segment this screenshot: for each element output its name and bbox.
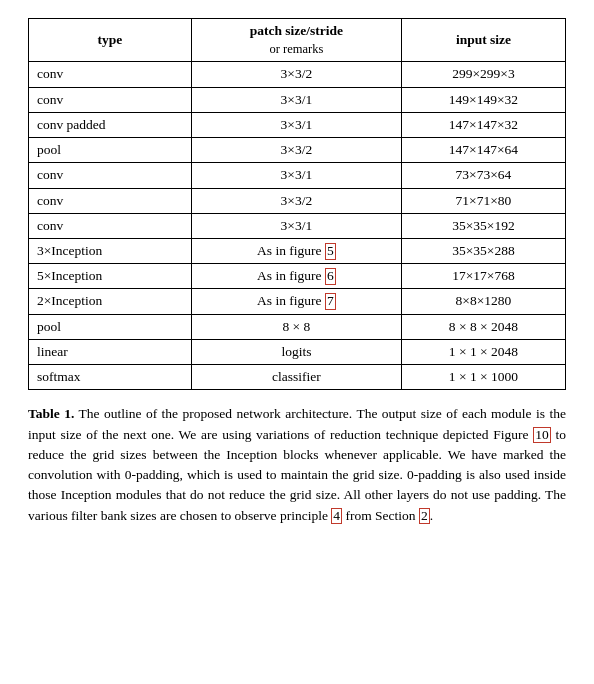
cell-patch: 3×3/2 xyxy=(191,188,401,213)
table-caption: Table 1. The outline of the proposed net… xyxy=(28,404,566,526)
cell-type: conv xyxy=(29,188,192,213)
cell-patch: 3×3/1 xyxy=(191,163,401,188)
caption-ref3: 2 xyxy=(419,508,430,525)
cell-input: 73×73×64 xyxy=(401,163,565,188)
figure-ref: 7 xyxy=(325,293,336,310)
cell-input: 35×35×288 xyxy=(401,238,565,263)
table-row: pool8 × 88 × 8 × 2048 xyxy=(29,314,566,339)
col-header-input: input size xyxy=(401,19,565,62)
cell-input: 147×147×64 xyxy=(401,138,565,163)
cell-input: 149×149×32 xyxy=(401,87,565,112)
caption-text3: from Section xyxy=(342,508,419,523)
cell-patch: As in figure 5 xyxy=(191,238,401,263)
table-row: conv3×3/173×73×64 xyxy=(29,163,566,188)
caption-label: Table 1. xyxy=(28,406,74,421)
architecture-table: type patch size/strideor remarks input s… xyxy=(28,18,566,390)
cell-patch: logits xyxy=(191,339,401,364)
caption-text4: . xyxy=(430,508,433,523)
cell-type: softmax xyxy=(29,365,192,390)
cell-input: 1 × 1 × 2048 xyxy=(401,339,565,364)
cell-input: 1 × 1 × 1000 xyxy=(401,365,565,390)
table-row: conv3×3/2299×299×3 xyxy=(29,62,566,87)
caption-ref2: 4 xyxy=(331,508,342,525)
cell-patch: As in figure 6 xyxy=(191,264,401,289)
cell-type: conv padded xyxy=(29,112,192,137)
col-header-type: type xyxy=(29,19,192,62)
caption-text1: The outline of the proposed network arch… xyxy=(28,406,566,441)
cell-type: linear xyxy=(29,339,192,364)
cell-type: 5×Inception xyxy=(29,264,192,289)
cell-patch: classifier xyxy=(191,365,401,390)
cell-input: 8×8×1280 xyxy=(401,289,565,314)
table-row: conv padded3×3/1147×147×32 xyxy=(29,112,566,137)
figure-ref: 5 xyxy=(325,243,336,260)
table-row: linearlogits1 × 1 × 2048 xyxy=(29,339,566,364)
cell-input: 17×17×768 xyxy=(401,264,565,289)
cell-type: conv xyxy=(29,163,192,188)
cell-type: conv xyxy=(29,213,192,238)
cell-patch: 3×3/2 xyxy=(191,62,401,87)
col-header-patch: patch size/strideor remarks xyxy=(191,19,401,62)
cell-patch: 3×3/1 xyxy=(191,213,401,238)
cell-patch: 3×3/2 xyxy=(191,138,401,163)
cell-patch: 3×3/1 xyxy=(191,112,401,137)
caption-ref1: 10 xyxy=(533,427,551,444)
cell-input: 8 × 8 × 2048 xyxy=(401,314,565,339)
cell-type: pool xyxy=(29,314,192,339)
cell-type: pool xyxy=(29,138,192,163)
cell-patch: As in figure 7 xyxy=(191,289,401,314)
table-row: softmaxclassifier1 × 1 × 1000 xyxy=(29,365,566,390)
table-row: conv3×3/135×35×192 xyxy=(29,213,566,238)
cell-type: conv xyxy=(29,87,192,112)
table-row: 3×InceptionAs in figure 535×35×288 xyxy=(29,238,566,263)
cell-type: conv xyxy=(29,62,192,87)
table-row: conv3×3/1149×149×32 xyxy=(29,87,566,112)
table-row: conv3×3/271×71×80 xyxy=(29,188,566,213)
cell-type: 2×Inception xyxy=(29,289,192,314)
cell-type: 3×Inception xyxy=(29,238,192,263)
cell-input: 71×71×80 xyxy=(401,188,565,213)
cell-input: 35×35×192 xyxy=(401,213,565,238)
cell-input: 299×299×3 xyxy=(401,62,565,87)
cell-patch: 8 × 8 xyxy=(191,314,401,339)
table-row: 5×InceptionAs in figure 617×17×768 xyxy=(29,264,566,289)
cell-input: 147×147×32 xyxy=(401,112,565,137)
table-row: pool3×3/2147×147×64 xyxy=(29,138,566,163)
figure-ref: 6 xyxy=(325,268,336,285)
table-row: 2×InceptionAs in figure 78×8×1280 xyxy=(29,289,566,314)
cell-patch: 3×3/1 xyxy=(191,87,401,112)
